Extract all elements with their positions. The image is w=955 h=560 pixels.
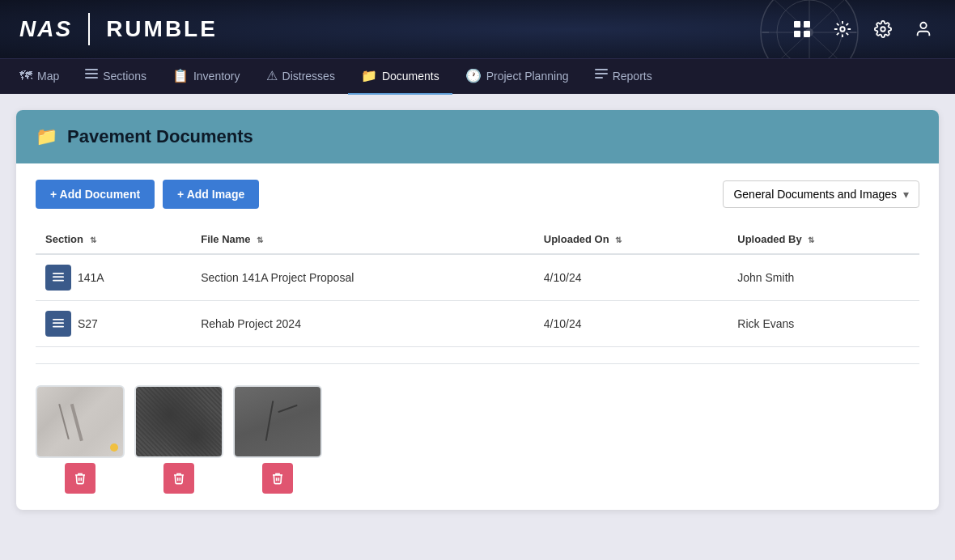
svg-rect-18: [85, 69, 98, 70]
top-header: NAS RUMBLE: [0, 0, 955, 58]
nav-label-project-planning: Project Planning: [486, 70, 569, 83]
logo-name: RUMBLE: [106, 16, 218, 42]
dropdown-value: General Documents and Images: [733, 188, 897, 201]
svg-rect-14: [804, 31, 810, 37]
nav-item-distresses[interactable]: ⚠ Distresses: [253, 59, 348, 95]
inventory-icon: 📋: [172, 68, 189, 83]
column-header-uploaded-by: Uploaded By ⇅: [728, 225, 919, 254]
svg-point-16: [881, 27, 885, 32]
map-icon: 🗺: [19, 69, 32, 83]
toolbar: + Add Document + Add Image General Docum…: [36, 180, 919, 209]
svg-rect-22: [595, 73, 608, 74]
sort-icon-uploaded-on[interactable]: ⇅: [615, 235, 622, 244]
project-planning-icon: 🕐: [465, 68, 482, 83]
nav-item-documents[interactable]: 📁 Documents: [348, 59, 452, 95]
user-icon-button[interactable]: [911, 17, 936, 41]
row-uploaded-on-1: 4/10/24: [534, 301, 728, 347]
tools-icon-button[interactable]: [830, 17, 855, 41]
delete-image-1-button[interactable]: [65, 463, 96, 494]
nav-label-documents: Documents: [382, 70, 439, 83]
column-header-section: Section ⇅: [36, 225, 191, 254]
image-item-1: [36, 385, 125, 494]
nav-item-inventory[interactable]: 📋 Inventory: [159, 59, 253, 95]
card-body: + Add Document + Add Image General Docum…: [16, 163, 939, 510]
svg-rect-26: [53, 280, 64, 282]
svg-rect-11: [794, 21, 800, 28]
chevron-down-icon: ▾: [903, 188, 909, 201]
row-section-0: 141A: [78, 271, 104, 284]
document-type-dropdown[interactable]: General Documents and Images ▾: [723, 180, 919, 208]
sections-icon: [85, 69, 98, 83]
add-image-button[interactable]: + Add Image: [163, 180, 259, 209]
settings-icon-button[interactable]: [871, 17, 895, 41]
svg-rect-19: [85, 73, 98, 74]
svg-rect-21: [595, 69, 608, 70]
navigation-bar: 🗺 Map Sections 📋 Inventory ⚠ Distresses …: [0, 58, 955, 94]
svg-rect-24: [53, 273, 64, 274]
logo-area: NAS RUMBLE: [19, 13, 218, 45]
content-area: 📁 Pavement Documents + Add Document + Ad…: [0, 94, 955, 560]
nav-label-distresses: Distresses: [282, 70, 335, 83]
row-uploaded-by-0: John Smith: [728, 254, 919, 301]
image-thumbnail-3[interactable]: [233, 385, 322, 458]
documents-icon: 📁: [361, 68, 377, 83]
svg-rect-13: [794, 31, 800, 37]
svg-rect-12: [804, 21, 810, 28]
documents-table: Section ⇅ File Name ⇅ Uploaded On ⇅ Up: [36, 225, 919, 347]
sort-icon-section[interactable]: ⇅: [90, 235, 96, 244]
nav-label-map: Map: [37, 70, 59, 83]
logo-brand: NAS: [19, 16, 72, 42]
image-thumbnail-1[interactable]: [36, 385, 125, 458]
distresses-icon: ⚠: [266, 68, 278, 83]
image-item-2: [134, 385, 223, 494]
svg-rect-28: [53, 322, 64, 324]
nav-item-project-planning[interactable]: 🕐 Project Planning: [452, 59, 582, 95]
sort-icon-filename[interactable]: ⇅: [257, 235, 263, 244]
delete-image-3-button[interactable]: [262, 463, 293, 494]
toolbar-left: + Add Document + Add Image: [36, 180, 259, 209]
card-header-title: Pavement Documents: [67, 126, 253, 147]
column-header-uploaded-on: Uploaded On ⇅: [534, 225, 728, 254]
card-header: 📁 Pavement Documents: [16, 110, 939, 163]
delete-image-2-button[interactable]: [163, 463, 194, 494]
row-filename-1: Rehab Project 2024: [191, 301, 534, 347]
nav-item-reports[interactable]: Reports: [582, 59, 665, 95]
table-row[interactable]: 141A Section 141A Project Proposal 4/10/…: [36, 254, 919, 301]
main-card: 📁 Pavement Documents + Add Document + Ad…: [16, 110, 939, 510]
add-document-button[interactable]: + Add Document: [36, 180, 155, 209]
header-icons-area: [790, 17, 936, 41]
row-doc-icon-1[interactable]: [45, 311, 71, 337]
svg-rect-27: [53, 319, 64, 320]
sort-icon-uploaded-by[interactable]: ⇅: [808, 235, 814, 244]
nav-item-sections[interactable]: Sections: [72, 59, 159, 95]
column-header-filename: File Name ⇅: [191, 225, 534, 254]
card-header-icon: 📁: [36, 126, 57, 147]
grid-icon-button[interactable]: [790, 17, 814, 41]
image-item-3: [233, 385, 322, 494]
nav-label-reports: Reports: [613, 70, 652, 83]
svg-point-17: [920, 23, 926, 28]
nav-label-inventory: Inventory: [193, 70, 240, 83]
table-row[interactable]: S27 Rehab Project 2024 4/10/24 Rick Evan…: [36, 301, 919, 347]
row-doc-icon-0[interactable]: [45, 265, 71, 291]
image-thumbnail-2[interactable]: [134, 385, 223, 458]
image-gallery: [36, 377, 919, 494]
svg-rect-25: [53, 276, 64, 278]
svg-rect-23: [595, 77, 603, 78]
row-uploaded-on-0: 4/10/24: [534, 254, 728, 301]
gallery-separator: [36, 363, 919, 364]
reports-icon: [595, 69, 608, 83]
row-uploaded-by-1: Rick Evans: [728, 301, 919, 347]
svg-point-15: [840, 27, 845, 32]
row-section-1: S27: [78, 317, 98, 330]
svg-rect-20: [85, 77, 98, 78]
nav-label-sections: Sections: [103, 70, 146, 83]
row-filename-0: Section 141A Project Proposal: [191, 254, 534, 301]
nav-item-map[interactable]: 🗺 Map: [6, 59, 72, 95]
svg-rect-29: [53, 326, 64, 328]
